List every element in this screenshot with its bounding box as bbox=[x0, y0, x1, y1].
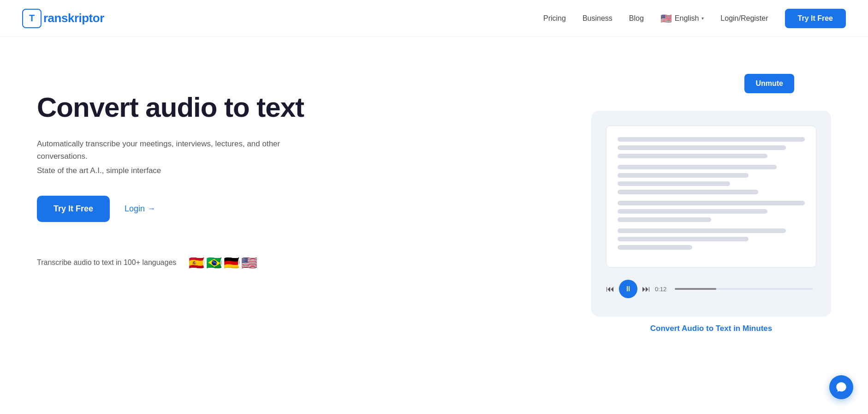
hero-languages: Transcribe audio to text in 100+ languag… bbox=[37, 252, 323, 274]
header-try-free-button[interactable]: Try It Free bbox=[785, 9, 846, 28]
skeleton-line bbox=[618, 154, 767, 158]
chevron-down-icon: ▾ bbox=[702, 16, 704, 21]
hero-subtitle: Automatically transcribe your meetings, … bbox=[37, 138, 323, 162]
pause-icon: ⏸ bbox=[624, 285, 632, 293]
skeleton-line bbox=[618, 190, 758, 194]
skeleton-line bbox=[618, 217, 711, 222]
skeleton-line bbox=[618, 209, 767, 214]
chat-icon bbox=[835, 381, 847, 393]
demo-caption: Convert Audio to Text in Minutes bbox=[591, 324, 831, 333]
audio-controls: ⏮ ⏸ ⏭ 0:12 bbox=[606, 276, 816, 302]
skeleton-line bbox=[618, 228, 786, 233]
logo-text: ranskriptor bbox=[43, 11, 104, 25]
flags-row: 🇪🇸 🇧🇷 🇩🇪 🇺🇸 bbox=[185, 252, 260, 274]
logo[interactable]: T ranskriptor bbox=[22, 9, 104, 28]
nav-blog[interactable]: Blog bbox=[629, 14, 644, 23]
skeleton-group-1 bbox=[618, 137, 805, 158]
hero-lang-text: Transcribe audio to text in 100+ languag… bbox=[37, 258, 176, 267]
hero-tagline: State of the art A.I., simple interface bbox=[37, 166, 323, 175]
skeleton-line bbox=[618, 145, 786, 150]
skeleton-line bbox=[618, 245, 692, 250]
hero-login-link[interactable]: Login → bbox=[125, 204, 155, 214]
transcript-card: ⏮ ⏸ ⏭ 0:12 bbox=[591, 111, 831, 317]
hero-buttons: Try It Free Login → bbox=[37, 196, 323, 222]
header: T ranskriptor Pricing Business Blog 🇺🇸 E… bbox=[0, 0, 868, 37]
hero-section: Convert audio to text Automatically tran… bbox=[0, 37, 868, 414]
nav-pricing[interactable]: Pricing bbox=[543, 14, 566, 23]
rewind-button[interactable]: ⏮ bbox=[606, 284, 614, 294]
skeleton-group-4 bbox=[618, 228, 805, 250]
progress-fill bbox=[675, 288, 716, 290]
skeleton-line bbox=[618, 173, 749, 178]
hero-demo: Unmute bbox=[591, 74, 831, 333]
fast-forward-button[interactable]: ⏭ bbox=[642, 284, 650, 294]
login-register-link[interactable]: Login/Register bbox=[720, 14, 768, 23]
hero-title: Convert audio to text bbox=[37, 92, 323, 123]
skeleton-line bbox=[618, 237, 749, 241]
language-selector[interactable]: 🇺🇸 English ▾ bbox=[660, 13, 704, 24]
skeleton-line bbox=[618, 181, 730, 186]
language-label: English bbox=[675, 14, 699, 23]
skeleton-line bbox=[618, 165, 777, 169]
time-display: 0:12 bbox=[655, 286, 666, 293]
hero-left: Convert audio to text Automatically tran… bbox=[37, 74, 323, 274]
nav-business[interactable]: Business bbox=[583, 14, 612, 23]
transcript-inner bbox=[606, 126, 816, 268]
skeleton-line bbox=[618, 201, 805, 205]
chat-bubble-button[interactable] bbox=[829, 375, 853, 399]
skeleton-group-2 bbox=[618, 165, 805, 194]
flag-us: 🇺🇸 bbox=[238, 252, 260, 274]
progress-bar[interactable] bbox=[675, 288, 813, 290]
skeleton-group-3 bbox=[618, 201, 805, 222]
hero-try-free-button[interactable]: Try It Free bbox=[37, 196, 110, 222]
flag-icon: 🇺🇸 bbox=[660, 13, 672, 24]
play-pause-button[interactable]: ⏸ bbox=[619, 280, 637, 298]
skeleton-line bbox=[618, 137, 805, 142]
unmute-button[interactable]: Unmute bbox=[744, 74, 794, 93]
logo-icon: T bbox=[22, 9, 42, 28]
main-nav: Pricing Business Blog 🇺🇸 English ▾ Login… bbox=[543, 9, 846, 28]
